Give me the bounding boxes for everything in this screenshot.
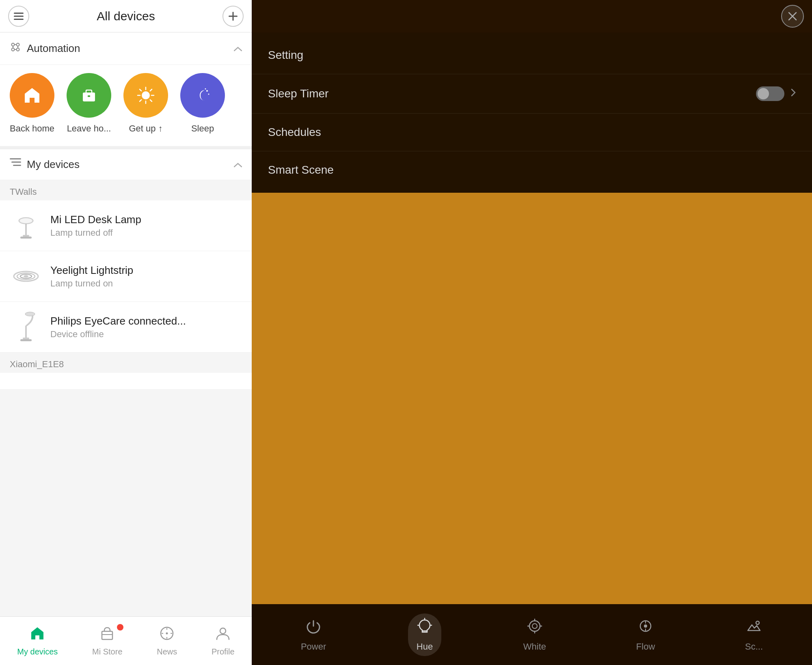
right-bottom-bar: Power Hue — [252, 604, 812, 665]
device-philips[interactable]: Philips EyeCare connected... Device offl… — [0, 302, 252, 353]
get-up-circle — [123, 73, 168, 118]
philips-status: Device offline — [50, 329, 242, 340]
tool-white[interactable]: White — [515, 613, 554, 656]
sleep-timer-label: Sleep Timer — [268, 87, 328, 100]
svg-rect-4 — [229, 15, 238, 17]
nav-profile[interactable]: Profile — [203, 622, 243, 660]
mi-store-badge — [117, 624, 123, 631]
group-xiaomi: Xiaomi_E1E8 — [0, 353, 252, 373]
tool-scene[interactable]: Sc... — [737, 613, 771, 656]
sleep-timer-controls — [756, 86, 796, 101]
compass-icon — [159, 626, 175, 645]
nav-news[interactable]: News — [149, 622, 185, 660]
nav-profile-label: Profile — [212, 647, 235, 656]
mi-led-icon-wrap — [10, 209, 42, 242]
back-home-label: Back home — [10, 123, 54, 134]
svg-rect-28 — [11, 161, 21, 163]
white-icon — [526, 618, 543, 638]
mi-led-status: Lamp turned off — [50, 228, 242, 238]
svg-point-66 — [756, 621, 759, 624]
svg-rect-1 — [14, 15, 24, 17]
toggle-knob — [758, 88, 769, 99]
menu-panel: Setting Sleep Timer Schedules Smart Scen… — [252, 32, 812, 193]
left-panel: All devices — [0, 0, 252, 665]
power-icon — [305, 618, 322, 638]
setting-label: Setting — [268, 49, 303, 62]
menu-sleep-timer[interactable]: Sleep Timer — [252, 74, 812, 114]
svg-point-41 — [25, 312, 35, 316]
automation-get-up[interactable]: Get up ↑ — [123, 73, 168, 134]
svg-point-5 — [12, 43, 15, 46]
svg-rect-0 — [14, 13, 24, 14]
automation-icon — [10, 41, 21, 56]
nav-mi-store-label: Mi Store — [92, 647, 122, 656]
svg-point-51 — [220, 628, 226, 634]
scene-icon — [745, 618, 762, 638]
yeelight-icon-wrap — [10, 260, 42, 293]
power-label: Power — [301, 641, 326, 652]
device-mi-led[interactable]: Mi LED Desk Lamp Lamp turned off — [0, 200, 252, 251]
header: All devices — [0, 0, 252, 32]
svg-point-25 — [208, 94, 209, 95]
svg-point-46 — [166, 632, 168, 634]
right-top-bar — [252, 0, 812, 32]
svg-point-6 — [17, 43, 19, 46]
mi-led-info: Mi LED Desk Lamp Lamp turned off — [50, 213, 242, 238]
svg-point-24 — [206, 90, 208, 92]
automation-title: Automation — [27, 42, 80, 55]
home-icon — [30, 626, 45, 645]
my-devices-section-header[interactable]: My devices — [0, 149, 252, 180]
menu-button[interactable] — [8, 6, 29, 27]
store-icon — [99, 626, 115, 645]
white-label: White — [523, 641, 546, 652]
smart-scene-label: Smart Scene — [268, 164, 334, 176]
scroll-spacer — [0, 373, 252, 389]
svg-rect-43 — [102, 631, 112, 639]
nav-mi-store[interactable]: Mi Store — [84, 622, 130, 660]
tool-flow[interactable]: Flow — [628, 613, 663, 656]
device-yeelight[interactable]: Yeelight Lightstrip Lamp turned on — [0, 251, 252, 302]
svg-rect-31 — [25, 223, 27, 236]
svg-point-65 — [644, 624, 647, 628]
svg-rect-2 — [14, 19, 24, 20]
automation-section-header[interactable]: Automation — [0, 32, 252, 65]
mi-led-icon — [14, 211, 38, 241]
tool-hue[interactable]: Hue — [408, 613, 441, 656]
svg-rect-14 — [88, 95, 90, 97]
automation-leave-home[interactable]: Leave ho... — [67, 73, 111, 134]
svg-rect-34 — [20, 237, 32, 239]
yeelight-name: Yeelight Lightstrip — [50, 264, 242, 277]
automation-chevron — [234, 43, 242, 54]
svg-rect-29 — [13, 165, 21, 166]
sleep-timer-toggle[interactable] — [756, 86, 784, 101]
close-button[interactable] — [781, 5, 804, 28]
svg-point-58 — [529, 621, 540, 631]
mi-led-name: Mi LED Desk Lamp — [50, 213, 242, 226]
hue-label: Hue — [417, 641, 433, 652]
svg-line-21 — [150, 100, 152, 101]
menu-setting[interactable]: Setting — [252, 37, 812, 74]
flow-label: Flow — [636, 641, 655, 652]
svg-line-20 — [140, 89, 141, 91]
yeelight-icon — [12, 266, 40, 286]
svg-point-26 — [205, 88, 206, 90]
get-up-label: Get up ↑ — [129, 123, 162, 134]
leave-home-circle — [67, 73, 111, 118]
svg-point-7 — [12, 48, 15, 51]
philips-name: Philips EyeCare connected... — [50, 315, 242, 327]
my-devices-icon — [10, 158, 21, 171]
add-button[interactable] — [222, 6, 244, 27]
back-home-circle — [10, 73, 54, 118]
philips-icon — [14, 311, 38, 343]
automation-sleep[interactable]: Sleep — [180, 73, 225, 134]
menu-schedules[interactable]: Schedules — [252, 114, 812, 151]
tool-power[interactable]: Power — [293, 613, 334, 656]
flow-icon — [637, 618, 654, 638]
right-panel: Setting Sleep Timer Schedules Smart Scen… — [252, 0, 812, 665]
svg-rect-27 — [10, 158, 21, 159]
menu-smart-scene[interactable]: Smart Scene — [252, 151, 812, 189]
my-devices-title: My devices — [27, 158, 80, 171]
philips-icon-wrap — [10, 311, 42, 343]
nav-my-devices[interactable]: My devices — [9, 622, 66, 660]
automation-back-home[interactable]: Back home — [10, 73, 54, 134]
